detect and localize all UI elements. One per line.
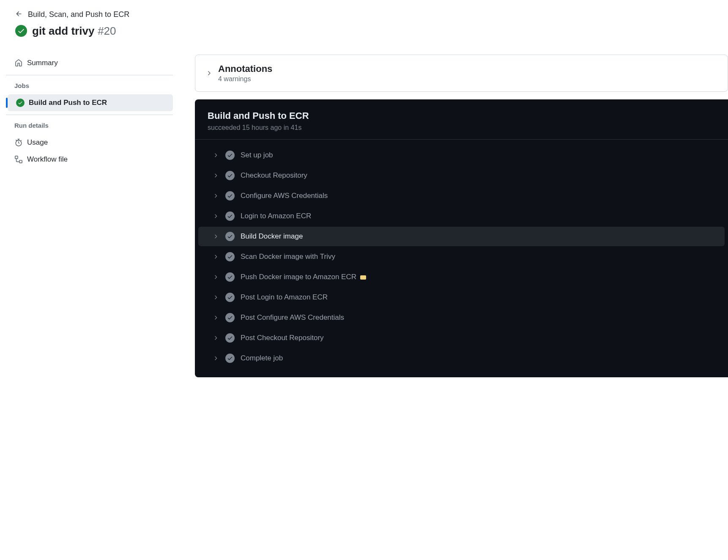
annotations-title: Annotations <box>218 63 272 74</box>
chevron-right-icon <box>213 193 219 199</box>
success-icon <box>225 333 235 343</box>
step-row[interactable]: Checkout Repository <box>198 166 725 185</box>
step-row[interactable]: Post Configure AWS Credentials <box>198 308 725 327</box>
success-icon <box>225 232 235 241</box>
run-title: git add trivy <box>32 25 94 37</box>
sidebar-item-summary[interactable]: Summary <box>6 55 173 71</box>
stopwatch-icon <box>14 138 23 147</box>
run-header: git add trivy #20 <box>15 24 728 38</box>
chevron-right-icon <box>213 152 219 158</box>
workflow-icon <box>14 155 23 164</box>
breadcrumb-workflow-name[interactable]: Build, Scan, and Push to ECR <box>28 10 129 19</box>
step-row[interactable]: Post Login to Amazon ECR <box>198 288 725 307</box>
step-label: Complete job <box>241 354 283 362</box>
main-content: Annotations 4 warnings Build and Push to… <box>195 55 728 377</box>
chevron-right-icon <box>213 315 219 321</box>
step-row[interactable]: Complete job <box>198 349 725 368</box>
page-title: git add trivy #20 <box>32 24 116 38</box>
step-row[interactable]: Post Checkout Repository <box>198 328 725 348</box>
chevron-right-icon <box>213 355 219 361</box>
step-label: Post Configure AWS Credentials <box>241 313 344 322</box>
step-label: Push Docker image to Amazon ECR <box>241 273 366 281</box>
step-row[interactable]: Configure AWS Credentials <box>198 186 725 206</box>
run-number: #20 <box>98 25 116 37</box>
chevron-right-icon <box>213 233 219 239</box>
step-row[interactable]: Push Docker image to Amazon ECR <box>198 267 725 287</box>
success-icon <box>225 151 235 160</box>
success-icon <box>225 252 235 261</box>
home-icon <box>14 59 23 67</box>
success-icon <box>15 25 27 37</box>
chevron-right-icon <box>213 173 219 178</box>
chevron-right-icon <box>213 213 219 219</box>
sidebar-item-job[interactable]: Build and Push to ECR <box>8 94 173 111</box>
step-label: Configure AWS Credentials <box>241 192 328 200</box>
success-icon <box>225 211 235 221</box>
chevron-right-icon <box>213 294 219 300</box>
step-row[interactable]: Set up job <box>198 145 725 165</box>
sidebar-run-details-heading: Run details <box>6 115 173 134</box>
job-status-text: succeeded 15 hours ago in 41s <box>208 124 715 132</box>
breadcrumb[interactable]: Build, Scan, and Push to ECR <box>15 10 728 19</box>
sidebar: Summary Jobs Build and Push to ECR Run d… <box>6 55 173 171</box>
sidebar-jobs-heading: Jobs <box>6 75 173 94</box>
success-icon <box>225 293 235 302</box>
job-panel: Build and Push to ECR succeeded 15 hours… <box>195 99 728 377</box>
annotations-card[interactable]: Annotations 4 warnings <box>195 55 728 92</box>
step-row[interactable]: Login to Amazon ECR <box>198 206 725 226</box>
job-title: Build and Push to ECR <box>208 110 715 121</box>
sidebar-workflow-file-label: Workflow file <box>27 155 68 164</box>
sidebar-usage-label: Usage <box>27 138 48 147</box>
arrow-left-icon <box>15 10 23 19</box>
step-label: Set up job <box>241 151 273 159</box>
sidebar-summary-label: Summary <box>27 59 58 67</box>
success-icon <box>225 191 235 200</box>
success-icon <box>225 171 235 180</box>
sidebar-job-label: Build and Push to ECR <box>29 99 107 107</box>
steps-list: Set up jobCheckout RepositoryConfigure A… <box>195 140 728 374</box>
step-badge-icon <box>360 275 366 280</box>
sidebar-item-usage[interactable]: Usage <box>6 134 173 151</box>
step-label: Checkout Repository <box>241 171 307 180</box>
success-icon <box>225 354 235 363</box>
chevron-right-icon <box>205 70 212 77</box>
step-label: Post Login to Amazon ECR <box>241 293 328 302</box>
step-row[interactable]: Scan Docker image with Trivy <box>198 247 725 266</box>
sidebar-item-workflow-file[interactable]: Workflow file <box>6 151 173 168</box>
job-panel-header: Build and Push to ECR succeeded 15 hours… <box>195 99 728 140</box>
success-icon <box>16 99 25 107</box>
annotations-subtitle: 4 warnings <box>218 75 272 83</box>
step-label: Build Docker image <box>241 232 303 241</box>
chevron-right-icon <box>213 274 219 280</box>
step-row[interactable]: Build Docker image <box>198 227 725 246</box>
success-icon <box>225 272 235 282</box>
chevron-right-icon <box>213 335 219 341</box>
success-icon <box>225 313 235 322</box>
step-label: Scan Docker image with Trivy <box>241 253 335 261</box>
chevron-right-icon <box>213 254 219 260</box>
step-label: Login to Amazon ECR <box>241 212 311 220</box>
step-label: Post Checkout Repository <box>241 334 324 342</box>
